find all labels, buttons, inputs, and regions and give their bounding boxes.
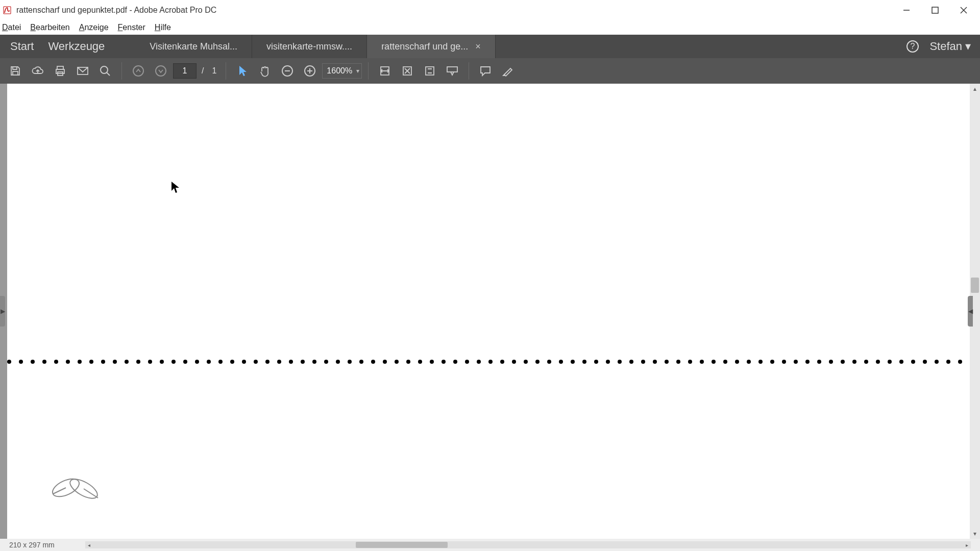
maximize-button[interactable] <box>921 0 949 20</box>
email-button[interactable] <box>72 61 93 81</box>
print-button[interactable] <box>50 61 70 81</box>
user-menu[interactable]: Stefan ▾ <box>929 40 971 53</box>
fit-page-button[interactable] <box>397 61 418 81</box>
scroll-right-icon[interactable]: ▸ <box>963 541 971 548</box>
page-number-input[interactable] <box>173 63 197 79</box>
page-canvas[interactable] <box>7 84 970 539</box>
svg-point-13 <box>133 66 143 76</box>
tab-label: rattenscharf und ge... <box>381 41 468 52</box>
page-dimensions: 210 x 297 mm <box>9 541 55 549</box>
svg-rect-6 <box>13 71 18 75</box>
menubar: Datei Bearbeiten Anzeige Fenster Hilfe <box>0 20 980 35</box>
nav-tools[interactable]: Werkzeuge <box>48 40 105 53</box>
svg-point-11 <box>101 66 108 73</box>
actual-size-button[interactable] <box>420 61 440 81</box>
document-viewport: ▶ ▴ ▾ ◀ <box>0 84 980 539</box>
scroll-left-icon[interactable]: ◂ <box>85 541 93 548</box>
tabbar: Start Werkzeuge Visitenkarte Muhsal... v… <box>0 35 980 58</box>
previous-page-button[interactable] <box>128 61 149 81</box>
read-mode-button[interactable] <box>442 61 462 81</box>
document-tab-active[interactable]: rattenscharf und ge... × <box>367 35 496 58</box>
horizontal-scroll-thumb[interactable] <box>356 542 448 548</box>
svg-rect-1 <box>932 7 938 13</box>
svg-rect-22 <box>426 67 434 75</box>
user-name: Stefan <box>929 40 962 53</box>
svg-text:?: ? <box>911 42 915 51</box>
zoom-value: 1600% <box>327 66 352 76</box>
menu-edit[interactable]: Bearbeiten <box>30 23 69 32</box>
titlebar: rattenscharf und gepunktet.pdf - Adobe A… <box>0 0 980 20</box>
cursor-icon <box>170 181 182 194</box>
svg-line-12 <box>107 72 110 76</box>
svg-point-14 <box>156 66 166 76</box>
scroll-up-icon[interactable]: ▴ <box>970 84 980 94</box>
menu-file[interactable]: Datei <box>2 23 21 32</box>
acrobat-app-icon <box>2 5 12 15</box>
nav-start[interactable]: Start <box>10 40 34 53</box>
hand-tool-button[interactable] <box>255 61 275 81</box>
right-panel-toggle[interactable]: ◀ <box>968 296 973 327</box>
minimize-button[interactable] <box>892 0 921 20</box>
svg-line-26 <box>53 488 66 494</box>
toolbar: / 1 1600% <box>0 58 980 84</box>
document-tab[interactable]: Visitenkarte Muhsal... <box>135 35 252 58</box>
document-tab[interactable]: visitenkarte-mmsw.... <box>252 35 367 58</box>
search-button[interactable] <box>95 61 115 81</box>
svg-rect-23 <box>447 67 457 72</box>
close-tab-icon[interactable]: × <box>475 41 481 52</box>
tab-label: Visitenkarte Muhsal... <box>150 41 237 52</box>
comment-button[interactable] <box>475 61 496 81</box>
horizontal-scrollbar[interactable]: ◂ ▸ <box>85 541 971 548</box>
fit-width-button[interactable] <box>375 61 395 81</box>
left-panel-toggle[interactable]: ▶ <box>0 296 5 327</box>
menu-view[interactable]: Anzeige <box>79 23 109 32</box>
page-separator: / <box>202 66 204 76</box>
page-total: 1 <box>212 66 216 76</box>
zoom-out-button[interactable] <box>277 61 298 81</box>
highlight-button[interactable] <box>498 61 518 81</box>
next-page-button[interactable] <box>151 61 171 81</box>
vertical-scroll-thumb[interactable] <box>971 278 979 293</box>
statusbar: 210 x 297 mm ◂ ▸ <box>0 539 980 551</box>
scroll-down-icon[interactable]: ▾ <box>970 529 980 539</box>
zoom-select[interactable]: 1600% <box>322 63 362 79</box>
chevron-down-icon: ▾ <box>965 40 971 53</box>
selection-tool-button[interactable] <box>232 61 253 81</box>
tab-label: visitenkarte-mmsw.... <box>266 41 352 52</box>
window-title: rattenscharf und gepunktet.pdf - Adobe A… <box>16 6 216 15</box>
menu-help[interactable]: Hilfe <box>155 23 171 32</box>
menu-window[interactable]: Fenster <box>118 23 145 32</box>
close-window-button[interactable] <box>949 0 978 20</box>
document-leaf-graphic <box>48 467 104 508</box>
help-icon[interactable]: ? <box>906 40 919 53</box>
cloud-upload-button[interactable] <box>28 61 48 81</box>
zoom-in-button[interactable] <box>300 61 320 81</box>
document-dotted-line <box>7 359 970 364</box>
save-button[interactable] <box>5 61 26 81</box>
